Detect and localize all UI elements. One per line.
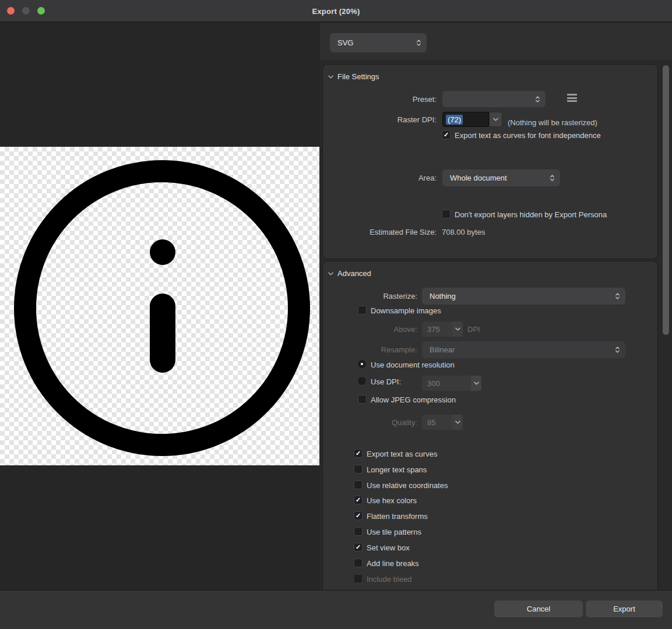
preset-menu-icon[interactable] xyxy=(567,94,577,102)
quality-input: 85 xyxy=(422,415,452,430)
use-dpi-dropdown-arrow xyxy=(471,376,481,391)
use-dpi-radio[interactable] xyxy=(357,376,367,386)
disclosure-chevron-icon xyxy=(328,75,333,79)
set-view-box-label: Set view box xyxy=(367,543,410,552)
down-caret-icon xyxy=(455,327,460,331)
dont-export-hidden-layers-label: Don't export layers hidden by Export Per… xyxy=(455,210,607,219)
raster-dpi-input[interactable]: (72) xyxy=(442,112,489,127)
estimated-file-size-value: 708.00 bytes xyxy=(442,228,485,236)
export-text-as-curves-checkbox[interactable] xyxy=(354,449,363,458)
use-dpi-label: Use DPI: xyxy=(371,377,401,386)
above-dpi-input: 375 xyxy=(422,321,452,337)
rasterize-dropdown[interactable]: Nothing xyxy=(422,288,625,305)
export-text-as-curves-label: Export text as curves xyxy=(367,450,437,458)
add-line-breaks-checkbox[interactable] xyxy=(354,559,363,567)
allow-jpeg-compression-checkbox[interactable] xyxy=(358,395,367,404)
raster-dpi-selected-text: (72) xyxy=(446,115,463,125)
use-relative-coordinates-checkbox[interactable] xyxy=(354,480,363,489)
downsample-images-label: Downsample images xyxy=(371,306,441,315)
use-tile-patterns-checkbox[interactable] xyxy=(354,527,363,536)
updown-chevron-icon xyxy=(550,174,555,182)
window-title: Export (20%) xyxy=(0,0,672,22)
resample-dropdown-value: Bilinear xyxy=(430,345,455,354)
longer-text-spans-label: Longer text spans xyxy=(367,465,427,474)
updown-chevron-icon xyxy=(535,95,540,104)
use-hex-colors-checkbox[interactable] xyxy=(354,496,363,504)
file-settings-header[interactable]: File Settings xyxy=(328,72,379,81)
above-label: Above: xyxy=(323,325,417,334)
titlebar: Export (20%) xyxy=(0,0,672,22)
updown-chevron-icon xyxy=(416,38,421,47)
dont-export-hidden-layers-checkbox[interactable] xyxy=(442,210,451,218)
add-line-breaks-label: Add line breaks xyxy=(367,559,419,568)
format-dropdown-value: SVG xyxy=(337,38,353,47)
export-dialog: Export (20%) SVG File Settings xyxy=(0,0,672,629)
use-hex-colors-label: Use hex colors xyxy=(367,496,417,505)
resample-label: Resample: xyxy=(323,345,417,354)
down-caret-icon xyxy=(455,420,460,424)
raster-dpi-dropdown-arrow[interactable] xyxy=(489,112,502,127)
raster-dpi-note: (Nothing will be rasterized) xyxy=(508,115,597,130)
export-preview-pane xyxy=(0,23,319,590)
use-tile-patterns-label: Use tile patterns xyxy=(367,528,421,536)
above-dpi-dropdown-arrow xyxy=(452,321,463,337)
area-dropdown[interactable]: Whole document xyxy=(442,169,560,186)
downsample-images-checkbox[interactable] xyxy=(358,306,367,314)
updown-chevron-icon xyxy=(615,345,620,354)
allow-jpeg-compression-label: Allow JPEG compression xyxy=(371,395,456,404)
advanced-header[interactable]: Advanced xyxy=(328,269,371,278)
use-document-resolution-label: Use document resolution xyxy=(371,361,455,369)
flatten-transforms-label: Flatten transforms xyxy=(367,512,428,521)
updown-chevron-icon xyxy=(615,292,620,301)
resample-dropdown: Bilinear xyxy=(422,341,625,358)
include-bleed-checkbox xyxy=(354,574,363,583)
panel-scrollbar-thumb[interactable] xyxy=(663,65,669,335)
file-settings-title: File Settings xyxy=(337,72,379,81)
set-view-box-checkbox[interactable] xyxy=(354,543,363,552)
rasterize-dropdown-value: Nothing xyxy=(430,292,456,301)
down-caret-icon xyxy=(493,118,498,121)
quality-label: Quality: xyxy=(323,418,417,427)
cancel-button[interactable]: Cancel xyxy=(494,600,583,617)
advanced-section: Advanced Rasterize: Nothing Downsample i… xyxy=(322,261,658,591)
rasterize-label: Rasterize: xyxy=(323,292,417,301)
transparency-checkerboard xyxy=(0,147,319,465)
export-text-curves-font-label: Export text as curves for font independe… xyxy=(455,131,601,140)
flatten-transforms-checkbox[interactable] xyxy=(354,511,363,520)
quality-dropdown-arrow xyxy=(452,415,463,430)
down-caret-icon xyxy=(474,381,479,385)
use-dpi-input: 300 xyxy=(422,376,471,391)
area-dropdown-value: Whole document xyxy=(450,174,507,182)
export-button[interactable]: Export xyxy=(586,600,663,617)
info-circle-artwork xyxy=(0,147,319,465)
advanced-title: Advanced xyxy=(337,269,371,278)
estimated-file-size-label: Estimated File Size: xyxy=(323,228,437,236)
longer-text-spans-checkbox[interactable] xyxy=(354,465,363,473)
above-dpi-suffix: DPI xyxy=(467,325,480,334)
export-text-curves-font-checkbox[interactable] xyxy=(442,130,451,139)
use-document-resolution-radio[interactable] xyxy=(357,359,367,369)
dialog-footer: Cancel Export xyxy=(0,590,672,629)
disclosure-chevron-icon xyxy=(328,272,333,275)
use-relative-coordinates-label: Use relative coordinates xyxy=(367,481,448,490)
file-settings-section: File Settings Preset: Raster DPI: (72) (… xyxy=(322,64,658,259)
preset-label: Preset: xyxy=(323,95,437,104)
preset-dropdown[interactable] xyxy=(442,91,546,107)
raster-dpi-label: Raster DPI: xyxy=(323,115,437,124)
export-options-panel: SVG File Settings Preset: Raster DPI: xyxy=(320,23,672,590)
include-bleed-label: Include bleed xyxy=(367,575,411,584)
area-label: Area: xyxy=(323,174,437,182)
format-dropdown[interactable]: SVG xyxy=(330,33,427,52)
